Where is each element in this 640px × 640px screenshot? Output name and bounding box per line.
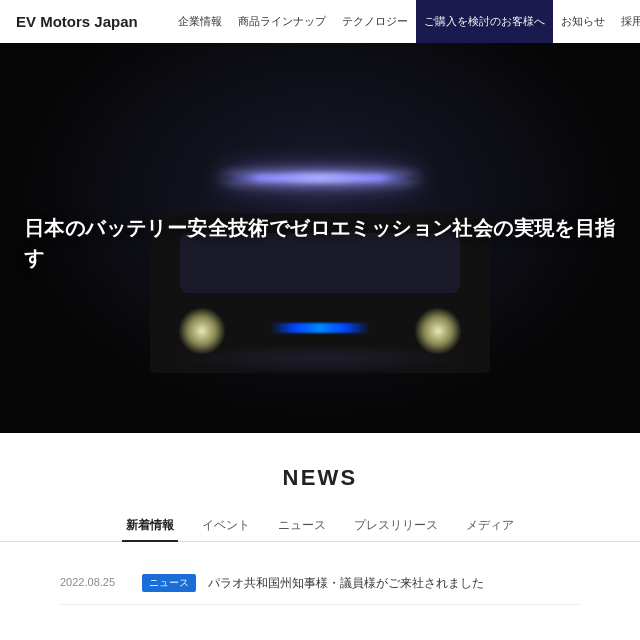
news-tabs: 新着情報イベントニュースプレスリリースメディア (0, 511, 640, 542)
nav-item[interactable]: 企業情報 (170, 0, 230, 43)
bus-ground-glow (170, 343, 470, 373)
news-title: NEWS (0, 465, 640, 491)
nav-item[interactable]: 採用情報 (613, 0, 640, 43)
news-tab[interactable]: メディア (462, 511, 518, 542)
bus-illustration (150, 173, 490, 373)
nav: 企業情報商品ラインナップテクノロジーご購入を検討のお客様へお知らせ採用情報お問い… (170, 0, 640, 43)
bus-top-light (220, 173, 420, 183)
news-date: 2022.08.25 (60, 574, 130, 588)
nav-item[interactable]: テクノロジー (334, 0, 416, 43)
header: EV Motors Japan 企業情報商品ラインナップテクノロジーご購入を検討… (0, 0, 640, 43)
news-badge: ニュース (142, 574, 196, 592)
hero-text: 日本のバッテリー安全技術でゼロエミッション社会の実現を目指す (24, 213, 616, 273)
bus-center-strip (270, 323, 370, 333)
news-tab[interactable]: イベント (198, 511, 254, 542)
nav-item[interactable]: ご購入を検討のお客様へ (416, 0, 553, 43)
news-section: NEWS 新着情報イベントニュースプレスリリースメディア 2022.08.25ニ… (0, 433, 640, 625)
news-tab[interactable]: ニュース (274, 511, 330, 542)
news-list: 2022.08.25ニュースパラオ共和国州知事様・議員様がご来社されました (0, 562, 640, 605)
nav-item[interactable]: 商品ラインナップ (230, 0, 334, 43)
news-tab[interactable]: プレスリリース (350, 511, 442, 542)
news-content[interactable]: パラオ共和国州知事様・議員様がご来社されました (208, 574, 484, 592)
news-item: 2022.08.25ニュースパラオ共和国州知事様・議員様がご来社されました (60, 562, 580, 605)
hero-section: 日本のバッテリー安全技術でゼロエミッション社会の実現を目指す (0, 43, 640, 433)
news-tab[interactable]: 新着情報 (122, 511, 178, 542)
nav-item[interactable]: お知らせ (553, 0, 613, 43)
logo[interactable]: EV Motors Japan (16, 13, 170, 30)
